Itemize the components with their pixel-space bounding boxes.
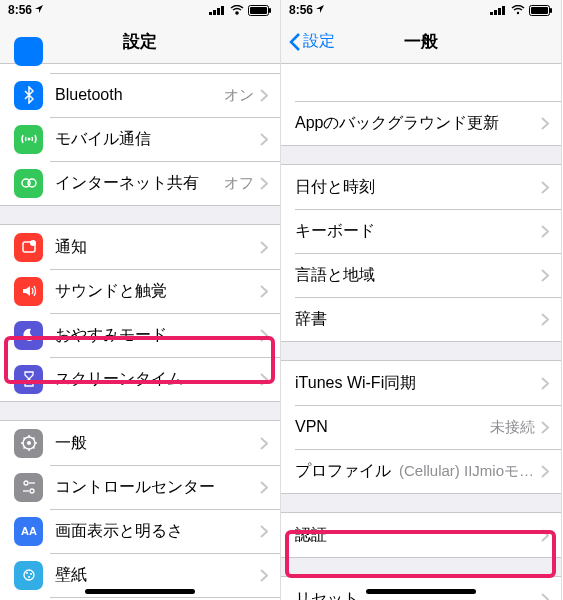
- svg-rect-7: [269, 8, 271, 13]
- row-dictionary[interactable]: 辞書: [281, 297, 561, 341]
- row-wifi-partial[interactable]: [0, 29, 280, 73]
- row-profile[interactable]: プロファイル (Cellular) IIJmioモバイルサ…: [281, 449, 561, 493]
- row-detail: (Cellular) IIJmioモバイルサ…: [399, 462, 535, 481]
- location-icon: [34, 3, 44, 17]
- row-label: VPN: [295, 418, 490, 436]
- chevron-icon: [541, 313, 549, 326]
- status-right: [209, 5, 272, 16]
- row-datetime[interactable]: 日付と時刻: [281, 165, 561, 209]
- svg-point-8: [27, 138, 30, 141]
- chevron-icon: [260, 329, 268, 342]
- home-indicator[interactable]: [85, 589, 195, 594]
- moon-icon: [14, 321, 43, 350]
- svg-point-15: [24, 481, 28, 485]
- row-label: サウンドと触覚: [55, 281, 260, 302]
- chevron-icon: [541, 593, 549, 601]
- status-right: [490, 5, 553, 16]
- row-label: iTunes Wi-Fi同期: [295, 373, 541, 394]
- svg-rect-2: [217, 8, 220, 15]
- row-label: 日付と時刻: [295, 177, 541, 198]
- svg-point-20: [24, 570, 34, 580]
- row-label: 壁紙: [55, 565, 260, 586]
- row-label: コントロールセンター: [55, 477, 260, 498]
- signal-icon: [490, 5, 507, 15]
- row-detail: オン: [224, 86, 254, 105]
- row-label: 認証: [295, 525, 541, 546]
- chevron-icon: [541, 377, 549, 390]
- gear-icon: [14, 429, 43, 458]
- row-display[interactable]: AA 画面表示と明るさ: [0, 509, 280, 553]
- svg-rect-1: [213, 10, 216, 15]
- row-label: 一般: [55, 433, 260, 454]
- row-label: キーボード: [295, 221, 541, 242]
- chevron-icon: [260, 373, 268, 386]
- wifi-icon: [230, 5, 244, 15]
- chevron-icon: [541, 465, 549, 478]
- display-icon: AA: [14, 517, 43, 546]
- status-time: 8:56: [289, 3, 313, 17]
- row-label: モバイル通信: [55, 129, 260, 150]
- svg-rect-33: [502, 6, 505, 15]
- svg-rect-30: [490, 12, 493, 15]
- row-notifications[interactable]: 通知: [0, 225, 280, 269]
- general-list[interactable]: Appのバックグラウンド更新 日付と時刻 キーボード 言語と地域 辞書: [281, 56, 561, 600]
- chevron-icon: [260, 133, 268, 146]
- control-center-icon: [14, 473, 43, 502]
- row-vpn[interactable]: VPN 未接続: [281, 405, 561, 449]
- row-detail: オフ: [224, 174, 254, 193]
- row-general[interactable]: 一般: [0, 421, 280, 465]
- row-dnd[interactable]: おやすみモード: [0, 313, 280, 357]
- status-bar: 8:56: [0, 0, 280, 20]
- svg-point-10: [28, 179, 36, 187]
- row-hotspot[interactable]: インターネット共有 オフ: [0, 161, 280, 205]
- svg-rect-37: [550, 8, 552, 13]
- svg-point-14: [27, 441, 31, 445]
- row-sounds[interactable]: サウンドと触覚: [0, 269, 280, 313]
- chevron-icon: [260, 481, 268, 494]
- general-screen: 8:56 設定 一般 Appのバックグラウンド更新 日付と時刻: [281, 0, 562, 600]
- cellular-icon: [14, 125, 43, 154]
- settings-list[interactable]: Bluetooth オン モバイル通信 インターネット共有 オフ 通知: [0, 28, 280, 600]
- home-indicator[interactable]: [366, 589, 476, 594]
- chevron-icon: [260, 241, 268, 254]
- svg-text:AA: AA: [21, 525, 37, 537]
- chevron-icon: [541, 117, 549, 130]
- back-label: 設定: [303, 31, 335, 52]
- sounds-icon: [14, 277, 43, 306]
- row-itunes[interactable]: iTunes Wi-Fi同期: [281, 361, 561, 405]
- svg-point-23: [28, 576, 30, 578]
- settings-screen: 8:56 設定 Bluetooth オン モバイル通信: [0, 0, 281, 600]
- chevron-icon: [541, 269, 549, 282]
- svg-point-4: [236, 12, 238, 14]
- row-bgrefresh[interactable]: Appのバックグラウンド更新: [281, 101, 561, 145]
- chevron-icon: [541, 529, 549, 542]
- status-time: 8:56: [8, 3, 32, 17]
- wifi-icon: [14, 37, 43, 66]
- row-partial[interactable]: [281, 57, 561, 101]
- row-label: Bluetooth: [55, 86, 224, 104]
- row-label: Appのバックグラウンド更新: [295, 113, 541, 134]
- location-icon: [315, 3, 325, 17]
- signal-icon: [209, 5, 226, 15]
- row-keyboard[interactable]: キーボード: [281, 209, 561, 253]
- row-detail: 未接続: [490, 418, 535, 437]
- row-control-center[interactable]: コントロールセンター: [0, 465, 280, 509]
- chevron-icon: [260, 437, 268, 450]
- row-auth[interactable]: 認証: [281, 513, 561, 557]
- battery-icon: [529, 5, 553, 16]
- row-label: おやすみモード: [55, 325, 260, 346]
- row-screentime[interactable]: スクリーンタイム: [0, 357, 280, 401]
- bluetooth-icon: [14, 81, 43, 110]
- row-bluetooth[interactable]: Bluetooth オン: [0, 73, 280, 117]
- row-label: 辞書: [295, 309, 541, 330]
- svg-rect-6: [250, 7, 267, 14]
- wallpaper-icon: [14, 561, 43, 590]
- chevron-icon: [541, 181, 549, 194]
- chevron-icon: [260, 569, 268, 582]
- svg-rect-36: [531, 7, 548, 14]
- chevron-icon: [260, 285, 268, 298]
- row-cellular[interactable]: モバイル通信: [0, 117, 280, 161]
- row-label: スクリーンタイム: [55, 369, 260, 390]
- back-button[interactable]: 設定: [289, 31, 335, 52]
- row-language[interactable]: 言語と地域: [281, 253, 561, 297]
